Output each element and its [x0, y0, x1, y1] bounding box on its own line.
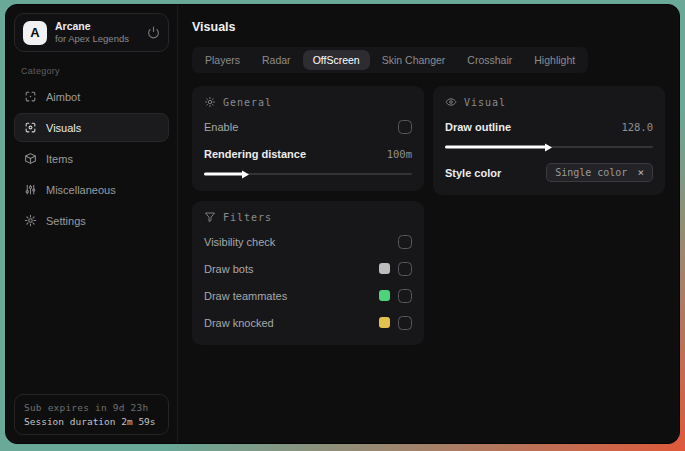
sidebar-item-visuals[interactable]: Visuals	[14, 113, 169, 142]
draw-knocked-label: Draw knocked	[204, 317, 274, 329]
slider-thumb[interactable]	[445, 146, 549, 149]
draw-teammates-row: Draw teammates	[204, 285, 412, 306]
general-panel-header: General	[204, 96, 412, 108]
tab-highlight[interactable]: Highlight	[524, 50, 585, 70]
funnel-icon	[204, 211, 216, 223]
enable-row: Enable	[204, 116, 412, 137]
general-panel: General Enable Rendering distance 100m	[192, 86, 424, 191]
crosshair-scan-icon	[24, 90, 37, 103]
style-color-select[interactable]: Single color ×	[546, 163, 653, 182]
page-title: Visuals	[192, 20, 665, 34]
app-title: Arcane	[55, 20, 129, 33]
sidebar-item-label: Aimbot	[46, 91, 80, 103]
gear-icon	[24, 214, 37, 227]
visibility-check-row: Visibility check	[204, 231, 412, 252]
rendering-distance-label: Rendering distance	[204, 148, 306, 160]
tab-skin-changer[interactable]: Skin Changer	[372, 50, 456, 70]
sidebar-item-label: Items	[46, 153, 73, 165]
visual-panel: Visual Draw outline 128.0 Style color Si…	[433, 86, 665, 195]
eye-icon	[445, 96, 457, 108]
main-content: Visuals Players Radar OffScreen Skin Cha…	[178, 5, 679, 443]
sidebar-item-aimbot[interactable]: Aimbot	[14, 82, 169, 111]
sub-expires-text: Sub expires in 9d 23h	[24, 402, 159, 413]
left-column: General Enable Rendering distance 100m	[192, 86, 424, 345]
style-color-label: Style color	[445, 167, 501, 179]
draw-outline-label: Draw outline	[445, 121, 511, 133]
app-logo-card: A Arcane for Apex Legends	[14, 13, 169, 52]
tab-offscreen[interactable]: OffScreen	[303, 50, 370, 70]
draw-teammates-checkbox[interactable]	[398, 289, 412, 303]
subscription-info-card: Sub expires in 9d 23h Session duration 2…	[14, 394, 169, 435]
style-color-selected-value: Single color	[555, 167, 627, 178]
sliders-icon	[24, 183, 37, 196]
enable-checkbox[interactable]	[398, 120, 412, 134]
visibility-check-label: Visibility check	[204, 236, 275, 248]
app-subtitle: for Apex Legends	[55, 33, 129, 45]
draw-bots-color-swatch[interactable]	[379, 263, 390, 274]
draw-outline-row: Draw outline 128.0	[445, 116, 653, 137]
draw-outline-value: 128.0	[621, 121, 653, 133]
sidebar-item-label: Visuals	[46, 122, 81, 134]
power-icon[interactable]	[147, 26, 160, 39]
box-icon	[24, 152, 37, 165]
visibility-check-checkbox[interactable]	[398, 235, 412, 249]
draw-teammates-color-swatch[interactable]	[379, 290, 390, 301]
app-window: A Arcane for Apex Legends Category Aimbo…	[5, 4, 680, 444]
panel-title: General	[223, 97, 272, 108]
tab-radar[interactable]: Radar	[252, 50, 301, 70]
scan-eye-icon	[24, 121, 37, 134]
draw-bots-checkbox[interactable]	[398, 262, 412, 276]
filters-panel-header: Filters	[204, 211, 412, 223]
sidebar-item-label: Miscellaneous	[46, 184, 116, 196]
draw-bots-label: Draw bots	[204, 263, 254, 275]
sidebar-item-items[interactable]: Items	[14, 144, 169, 173]
visual-panel-header: Visual	[445, 96, 653, 108]
sidebar-item-settings[interactable]: Settings	[14, 206, 169, 235]
style-color-row: Style color Single color ×	[445, 162, 653, 183]
draw-bots-row: Draw bots	[204, 258, 412, 279]
draw-knocked-row: Draw knocked	[204, 312, 412, 333]
rendering-distance-value: 100m	[387, 148, 412, 160]
close-icon[interactable]: ×	[637, 167, 644, 178]
draw-knocked-checkbox[interactable]	[398, 316, 412, 330]
rendering-distance-row: Rendering distance 100m	[204, 143, 412, 164]
app-title-block: Arcane for Apex Legends	[55, 20, 129, 45]
app-logo: A	[23, 21, 47, 45]
tab-players[interactable]: Players	[195, 50, 250, 70]
filters-panel: Filters Visibility check Draw bots	[192, 201, 424, 345]
sun-icon	[204, 96, 216, 108]
sidebar-section-label: Category	[21, 66, 162, 76]
session-duration-text: Session duration 2m 59s	[24, 416, 159, 427]
enable-label: Enable	[204, 121, 238, 133]
draw-teammates-label: Draw teammates	[204, 290, 287, 302]
draw-knocked-color-swatch[interactable]	[379, 317, 390, 328]
sidebar-item-miscellaneous[interactable]: Miscellaneous	[14, 175, 169, 204]
panel-title: Filters	[223, 212, 272, 223]
draw-outline-slider[interactable]	[445, 142, 653, 152]
sidebar: A Arcane for Apex Legends Category Aimbo…	[6, 5, 178, 443]
sidebar-item-label: Settings	[46, 215, 86, 227]
tab-bar: Players Radar OffScreen Skin Changer Cro…	[192, 47, 588, 73]
right-column: Visual Draw outline 128.0 Style color Si…	[433, 86, 665, 195]
tab-crosshair[interactable]: Crosshair	[457, 50, 522, 70]
rendering-distance-slider[interactable]	[204, 169, 412, 179]
slider-thumb[interactable]	[204, 173, 246, 176]
panel-title: Visual	[464, 97, 506, 108]
panels-area: General Enable Rendering distance 100m	[192, 86, 665, 345]
